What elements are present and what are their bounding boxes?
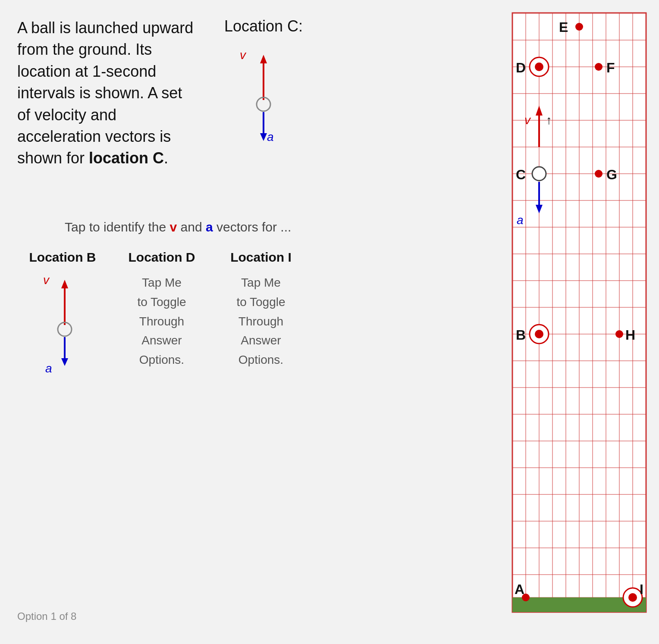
target-I-inner: [628, 593, 637, 602]
label-C: C: [516, 167, 526, 182]
tap-text-before: Tap to identify the: [65, 220, 170, 234]
tap-me-i-1: Tap Me: [241, 276, 281, 289]
location-c-title: Location C:: [224, 17, 303, 35]
desc-line4: intervals is shown. A set: [17, 84, 182, 102]
tap-instruction: Tap to identify the v and a vectors for …: [65, 220, 291, 234]
description-block: A ball is launched upward from the groun…: [17, 17, 193, 169]
label-F: F: [606, 60, 615, 75]
tap-me-d-4: Answer: [141, 334, 182, 347]
tap-text-after: vectors for ...: [213, 220, 292, 234]
location-b-label: Location B: [29, 250, 96, 265]
tap-me-i-5: Options.: [238, 353, 283, 366]
location-c-diagram: v a: [238, 48, 289, 143]
label-H: H: [625, 327, 635, 343]
dot-G: [595, 170, 603, 178]
label-E: E: [559, 19, 568, 35]
label-G: G: [606, 167, 617, 182]
label-I: I: [640, 581, 643, 597]
tap-me-d-1: Tap Me: [142, 276, 182, 289]
location-b-col: Location B v a: [17, 250, 108, 368]
location-i-tap-me[interactable]: Tap Me to Toggle Through Answer Options.: [236, 273, 285, 370]
c-up-arrow-text: ↑: [546, 113, 552, 127]
desc-line3: location at 1-second: [17, 63, 156, 80]
label-D: D: [516, 60, 526, 75]
description-text: A ball is launched upward from the groun…: [17, 17, 193, 169]
tap-v: v: [170, 220, 177, 234]
svg-marker-1: [260, 55, 267, 63]
c-a-label: a: [267, 130, 274, 144]
location-d-tap-me[interactable]: Tap Me to Toggle Through Answer Options.: [137, 273, 186, 370]
tap-me-i-3: Through: [238, 315, 283, 328]
svg-marker-4: [260, 133, 267, 141]
dot-H: [615, 330, 623, 338]
target-C: [532, 167, 546, 181]
tap-me-d-5: Options.: [139, 353, 184, 366]
location-d-col[interactable]: Location D Tap Me to Toggle Through Answ…: [116, 250, 207, 370]
desc-line6: acceleration vectors is: [17, 128, 171, 145]
target-B-inner: [535, 330, 543, 338]
tap-text-middle: and: [177, 220, 206, 234]
desc-line7c: .: [164, 149, 168, 167]
option-counter: Option 1 of 8: [17, 610, 76, 622]
desc-line7a: shown for: [17, 149, 89, 167]
location-b-diagram: v a: [41, 273, 84, 368]
location-i-col[interactable]: Location I Tap Me to Toggle Through Answ…: [216, 250, 306, 370]
tap-me-i-2: to Toggle: [236, 295, 285, 309]
tap-me-i-4: Answer: [241, 334, 281, 347]
desc-line2: from the ground. Its: [17, 41, 152, 58]
c-v-label: v: [240, 48, 247, 62]
target-D-inner: [535, 63, 543, 71]
location-c-section: Location C: v a: [224, 17, 303, 143]
dot-E: [575, 23, 583, 31]
svg-text:v: v: [43, 273, 50, 287]
tap-a: a: [206, 220, 213, 234]
grid-svg: E D F v ↑ C G: [512, 13, 646, 629]
c-v-label-grid: v: [524, 113, 531, 127]
tap-me-d-3: Through: [139, 315, 184, 328]
grid-panel: E D F v ↑ C G: [512, 13, 646, 629]
svg-text:a: a: [45, 362, 52, 375]
location-i-label: Location I: [230, 250, 292, 265]
svg-marker-10: [61, 358, 68, 366]
tap-me-d-2: to Toggle: [137, 295, 186, 309]
desc-line7b: location C: [89, 149, 164, 167]
label-A: A: [515, 581, 524, 597]
location-d-label: Location D: [129, 250, 195, 265]
a-label-grid: a: [517, 213, 524, 227]
dot-F: [595, 63, 603, 71]
svg-marker-7: [61, 280, 68, 288]
desc-line1: A ball is launched upward: [17, 19, 193, 37]
main-container: A ball is launched upward from the groun…: [0, 0, 659, 644]
locations-row: Location B v a Location D Tap Me to Togg…: [17, 250, 306, 370]
label-B: B: [516, 327, 526, 343]
desc-line5: of velocity and: [17, 106, 116, 124]
